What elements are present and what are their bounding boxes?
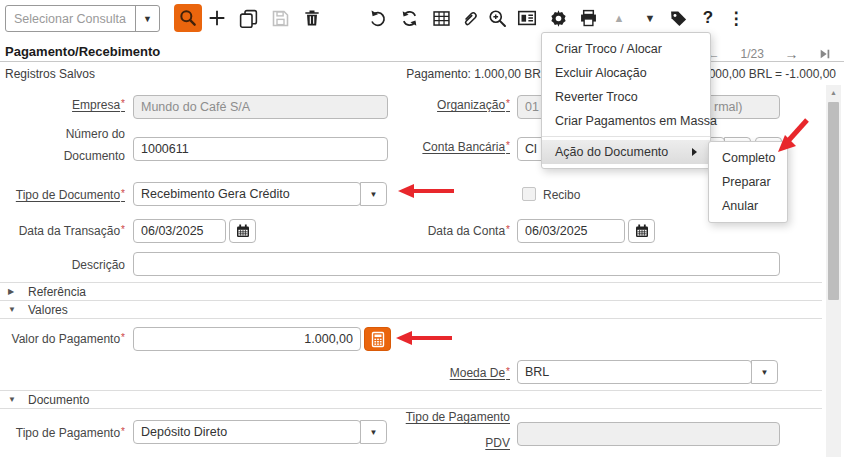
submenu-item-preparar[interactable]: Preparar <box>709 170 787 194</box>
grid-toggle-button[interactable] <box>428 5 454 31</box>
section-documento[interactable]: ▼ Documento <box>0 390 822 409</box>
tipo-pagamento-dropdown-button[interactable]: ▼ <box>360 420 387 444</box>
moeda-de-label[interactable]: Moeda De* <box>385 366 510 380</box>
gear-icon <box>548 8 569 29</box>
menu-item-acao-documento[interactable]: Ação do Documento <box>542 140 710 164</box>
recibo-label: Recibo <box>543 188 580 202</box>
numero-documento-label: Número do Documento <box>0 127 125 163</box>
menu-divider <box>542 136 710 137</box>
recibo-checkbox[interactable] <box>522 187 536 201</box>
data-transacao-calendar-button[interactable] <box>229 219 256 243</box>
kebab-icon: ⋮ <box>728 8 745 29</box>
undo-icon <box>367 8 388 29</box>
print-button[interactable] <box>575 5 601 31</box>
report-button[interactable] <box>514 5 540 31</box>
required-marker: * <box>506 366 510 377</box>
conta-bancaria-label[interactable]: Conta Bancária* <box>385 140 510 154</box>
required-marker: * <box>506 98 510 109</box>
scroll-up-icon[interactable]: ▲ <box>826 85 841 99</box>
chevron-down-icon[interactable]: ▼ <box>135 6 159 31</box>
tipo-pagamento-pdv-label[interactable]: Tipo de Pagamento PDV <box>385 410 510 450</box>
annotation-arrow-tipo-documento <box>396 182 458 200</box>
submenu-item-anular[interactable]: Anular <box>709 194 787 218</box>
empresa-field <box>133 95 388 119</box>
tag-icon <box>668 8 689 29</box>
process-button[interactable] <box>545 5 571 31</box>
descricao-field[interactable] <box>133 252 780 276</box>
collapse-button[interactable]: ▲ <box>606 5 632 31</box>
descricao-label: Descrição <box>0 258 125 272</box>
gear-context-menu: Criar Troco / Alocar Excluir Alocação Re… <box>541 32 711 169</box>
annotation-arrow-completo <box>772 114 812 156</box>
moeda-de-dropdown-button[interactable]: ▼ <box>751 360 778 384</box>
tipo-documento-dropdown-button[interactable]: ▼ <box>360 182 387 206</box>
expanded-triangle-icon: ▼ <box>8 305 28 314</box>
annotation-arrow-valor-pagamento <box>394 329 456 347</box>
query-select-placeholder: Selecionar Consulta <box>6 12 135 26</box>
organizacao-label[interactable]: Organização* <box>385 98 510 112</box>
triangle-down-icon: ▼ <box>645 12 656 24</box>
menu-item-criar-troco[interactable]: Criar Troco / Alocar <box>542 37 710 61</box>
search-icon <box>178 8 198 28</box>
menu-item-criar-pagamentos-massa[interactable]: Criar Pagamentos em Massa <box>542 109 710 133</box>
zoom-button[interactable] <box>484 5 510 31</box>
expanded-triangle-icon: ▼ <box>8 395 28 404</box>
tipo-documento-label[interactable]: Tipo de Documento* <box>0 188 125 202</box>
calculator-button[interactable] <box>364 327 391 351</box>
empresa-label[interactable]: Empresa* <box>0 98 125 112</box>
numero-documento-field[interactable] <box>133 137 388 161</box>
next-record-button[interactable]: → <box>784 47 798 61</box>
expand-button[interactable]: ▼ <box>637 5 663 31</box>
trash-icon <box>302 8 322 28</box>
required-marker: * <box>121 224 125 235</box>
grid-icon <box>431 8 452 29</box>
submenu-arrow-icon <box>692 148 697 156</box>
delete-button[interactable] <box>299 5 325 31</box>
last-record-button[interactable] <box>819 48 831 60</box>
valor-pagamento-field[interactable] <box>133 327 361 351</box>
plus-icon <box>206 7 228 29</box>
attachment-button[interactable] <box>456 5 482 31</box>
menu-item-excluir-alocacao[interactable]: Excluir Alocação <box>542 61 710 85</box>
tab-registros-salvos[interactable]: Registros Salvos <box>5 67 95 81</box>
moeda-de-field[interactable] <box>517 360 752 384</box>
save-icon <box>270 8 291 29</box>
chevron-down-icon: ▼ <box>761 368 769 377</box>
record-position: 1/23 <box>741 47 764 61</box>
payment-receipt-window: Selecionar Consulta ▼ ▲ ▼ <box>0 0 844 457</box>
data-conta-field[interactable] <box>517 219 625 243</box>
menu-item-reverter-troco[interactable]: Reverter Troco <box>542 85 710 109</box>
data-conta-label: Data da Conta* <box>385 224 510 238</box>
required-marker: * <box>506 224 510 235</box>
report-icon <box>516 7 538 29</box>
refresh-icon <box>399 8 420 29</box>
calculator-icon <box>370 331 386 348</box>
query-select[interactable]: Selecionar Consulta ▼ <box>5 5 160 32</box>
required-marker: * <box>121 332 125 343</box>
save-button[interactable] <box>267 5 293 31</box>
refresh-button[interactable] <box>396 5 422 31</box>
record-navigation: ← 1/23 → <box>706 46 831 62</box>
data-transacao-field[interactable] <box>133 219 226 243</box>
undo-button[interactable] <box>364 5 390 31</box>
copy-button[interactable] <box>235 5 261 31</box>
new-record-button[interactable] <box>204 5 230 31</box>
valor-pagamento-label: Valor do Pagamento* <box>0 332 125 346</box>
calendar-icon <box>235 223 251 239</box>
tipo-pagamento-label: Tipo de Pagamento* <box>0 426 125 440</box>
data-conta-calendar-button[interactable] <box>628 219 655 243</box>
tipo-pagamento-field[interactable] <box>133 420 361 444</box>
scrollbar-thumb[interactable] <box>828 102 839 300</box>
triangle-up-icon: ▲ <box>614 12 625 24</box>
help-icon: ? <box>703 8 713 28</box>
label-button[interactable] <box>665 5 691 31</box>
section-referencia[interactable]: ▶ Referência <box>0 282 822 300</box>
more-button[interactable]: ⋮ <box>723 5 749 31</box>
tipo-documento-field[interactable] <box>133 182 361 206</box>
collapsed-triangle-icon: ▶ <box>8 287 28 296</box>
help-button[interactable]: ? <box>695 5 721 31</box>
chevron-down-icon: ▼ <box>370 428 378 437</box>
chevron-down-icon: ▼ <box>370 190 378 199</box>
search-button[interactable] <box>174 4 202 32</box>
section-valores[interactable]: ▼ Valores <box>0 300 822 318</box>
